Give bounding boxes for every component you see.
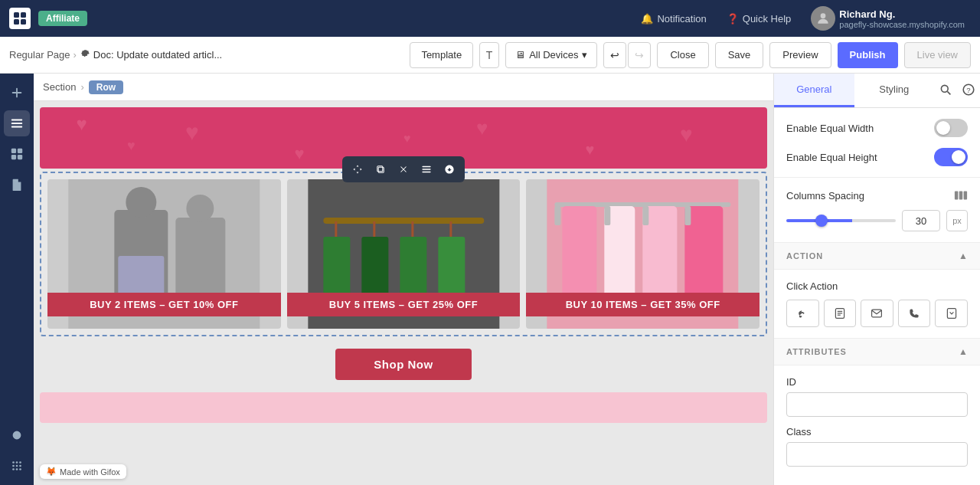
device-selector[interactable]: 🖥 All Devices ▾ (505, 42, 597, 68)
user-name: Richard Ng. (839, 8, 965, 20)
svg-rect-40 (411, 221, 413, 237)
close-button[interactable]: Close (657, 42, 708, 68)
svg-point-15 (16, 461, 18, 464)
row-save-template-button[interactable] (439, 159, 460, 180)
attributes-section-header[interactable]: ATTRIBUTES ▲ (774, 339, 980, 365)
main-area: Section › Row ♥ ♥ ♥ ♥ ♥ ♥ ♥ ♥ (0, 74, 980, 485)
gear-icon-wrap (80, 48, 90, 61)
link-action-button[interactable] (786, 300, 819, 327)
panel-search-button[interactable] (934, 74, 957, 107)
svg-point-54 (941, 85, 948, 92)
svg-rect-52 (643, 206, 649, 225)
id-input[interactable] (786, 392, 968, 417)
svg-rect-50 (555, 206, 561, 225)
click-action-label: Click Action (786, 280, 968, 292)
pages-button[interactable] (4, 172, 30, 198)
canvas-breadcrumb-sep: › (80, 81, 83, 93)
undo-button[interactable]: ↩ (603, 42, 626, 68)
text-format-icon: T (486, 49, 493, 61)
svg-point-32 (186, 195, 214, 222)
live-view-button[interactable]: Live view (904, 42, 971, 68)
email-action-button[interactable] (861, 300, 893, 327)
publish-button[interactable]: Publish (838, 42, 898, 68)
svg-rect-0 (14, 12, 19, 18)
page-action-button[interactable] (824, 300, 857, 327)
shop-now-button[interactable]: Shop Now (335, 349, 471, 380)
columns-icon[interactable] (954, 188, 968, 202)
id-label: ID (786, 376, 968, 388)
equal-width-label: Enable Equal Width (786, 123, 874, 134)
class-input[interactable] (786, 442, 968, 467)
save-button[interactable]: Save (715, 42, 764, 68)
affiliate-badge[interactable]: Affiliate (38, 11, 87, 26)
user-menu[interactable]: Richard Ng. pagefly-showcase.myshopify.c… (805, 3, 971, 34)
svg-rect-43 (438, 237, 465, 298)
quick-help-button[interactable]: ❓ Quick Help (720, 10, 798, 28)
equal-height-row: Enable Equal Height (786, 148, 968, 166)
elements-button[interactable] (4, 141, 30, 167)
row-settings-button[interactable] (416, 159, 437, 180)
row-toolbar (342, 156, 465, 182)
svg-rect-27 (422, 172, 430, 172)
svg-point-16 (19, 461, 21, 464)
toggle-thumb-on (952, 150, 965, 164)
heart-decoration: ♥ (127, 138, 136, 154)
section-layers-button[interactable] (4, 110, 30, 136)
text-format-button[interactable]: T (479, 42, 499, 68)
click-action-buttons (786, 300, 968, 327)
template-button[interactable]: Template (410, 42, 473, 68)
row-delete-button[interactable] (393, 159, 414, 180)
canvas-content: ♥ ♥ ♥ ♥ ♥ ♥ ♥ ♥ (34, 101, 773, 485)
row-container[interactable]: BUY 2 ITEMS – GET 10% OFF (40, 172, 767, 336)
pagefly-logo-icon (9, 8, 31, 29)
svg-text:?: ? (966, 86, 970, 94)
svg-point-18 (16, 465, 18, 467)
svg-rect-10 (11, 149, 16, 153)
action-section-header[interactable]: ACTION ▲ (774, 243, 980, 270)
svg-line-55 (947, 91, 950, 94)
svg-rect-60 (964, 192, 968, 200)
gifox-icon: 🦊 (46, 467, 57, 477)
breadcrumb-separator: › (74, 49, 77, 61)
heart-decoration: ♥ (403, 132, 411, 146)
svg-rect-25 (422, 166, 430, 167)
tab-general[interactable]: General (774, 74, 854, 107)
canvas-area: Section › Row ♥ ♥ ♥ ♥ ♥ ♥ ♥ ♥ (34, 74, 773, 485)
help-icon: ❓ (727, 13, 739, 25)
app-integrations-button[interactable] (4, 453, 30, 479)
panel-help-button[interactable]: ? (957, 74, 980, 107)
product-card-3[interactable]: BUY 10 ITEMS – GET 35% OFF (526, 179, 760, 329)
row-move-button[interactable] (347, 159, 368, 180)
svg-rect-31 (175, 218, 225, 302)
product-card-2[interactable]: BUY 5 ITEMS – GET 25% OFF (287, 179, 521, 329)
bell-icon: 🔔 (641, 13, 653, 25)
canvas-row-badge[interactable]: Row (89, 80, 123, 94)
spacing-unit-button[interactable]: px (946, 210, 968, 231)
svg-point-20 (12, 468, 15, 470)
breadcrumb-page[interactable]: Regular Page (9, 49, 70, 61)
action-label: ACTION (786, 251, 823, 261)
redo-button[interactable]: ↪ (628, 42, 651, 68)
add-element-button[interactable] (4, 80, 30, 106)
breadcrumb: Regular Page › Doc: Update outdated arti… (9, 48, 222, 61)
preview-button[interactable]: Preview (769, 42, 831, 68)
scroll-action-button[interactable] (935, 300, 968, 327)
svg-rect-37 (323, 237, 350, 298)
history-button[interactable] (4, 422, 30, 448)
pagefly-logo (9, 8, 31, 29)
notification-button[interactable]: 🔔 Notification (635, 10, 712, 28)
canvas-section-label[interactable]: Section (43, 81, 76, 93)
tab-styling[interactable]: Styling (854, 74, 935, 107)
svg-rect-11 (18, 149, 22, 153)
spacing-slider[interactable] (786, 219, 896, 222)
equal-height-toggle[interactable] (934, 148, 968, 166)
heart-decoration: ♥ (185, 120, 199, 146)
svg-rect-8 (11, 123, 22, 124)
attributes-section: ID Class (774, 365, 980, 485)
product-card-1[interactable]: BUY 2 ITEMS – GET 10% OFF (47, 179, 281, 329)
spacing-value-input[interactable]: 30 (902, 210, 940, 231)
phone-action-button[interactable] (898, 300, 931, 327)
breadcrumb-doc[interactable]: Doc: Update outdated articl... (93, 49, 222, 61)
row-duplicate-button[interactable] (370, 159, 391, 180)
equal-width-toggle[interactable] (934, 119, 968, 137)
